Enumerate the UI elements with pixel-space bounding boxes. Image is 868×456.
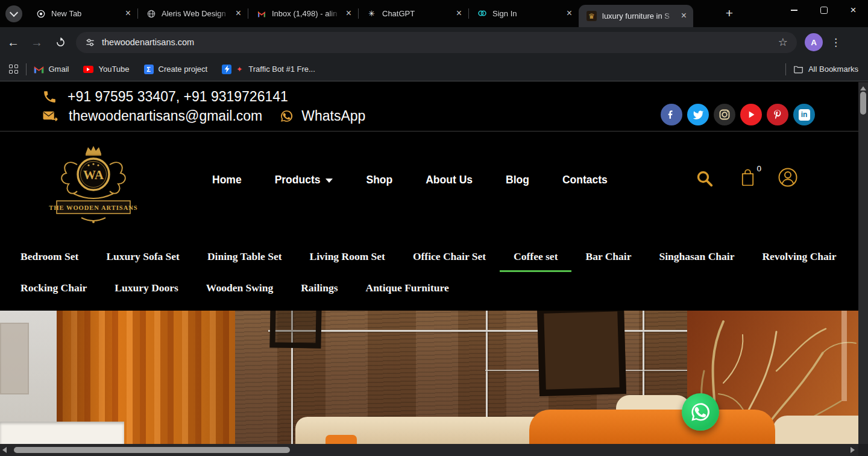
tab-close-icon[interactable]: × [564, 8, 575, 19]
profile-avatar[interactable]: A [805, 33, 823, 51]
tab-close-icon[interactable]: × [678, 10, 690, 22]
minimize-button[interactable] [779, 0, 809, 21]
nav-products[interactable]: Products [275, 174, 333, 186]
category-railings[interactable]: Railings [301, 282, 338, 294]
webpage: +91 97595 33407, +91 9319726141 thewoode… [0, 82, 858, 444]
category-nav-row2: Rocking Chair Luxury Doors Wooden Swing … [20, 282, 449, 294]
nav-home[interactable]: Home [212, 174, 242, 186]
tab-title: Inbox (1,498) - alin [272, 9, 340, 18]
tab-close-icon[interactable]: × [233, 8, 244, 19]
twitter-icon[interactable] [687, 104, 709, 125]
chevron-down-icon [326, 179, 333, 183]
close-button[interactable]: × [838, 0, 868, 21]
phone-icon [42, 89, 57, 104]
cart-button[interactable]: 0 [740, 168, 756, 186]
browser-tab-aleris[interactable]: Aleris Web Design × [138, 0, 248, 27]
tab-close-icon[interactable]: × [453, 8, 465, 19]
divider [0, 131, 858, 131]
category-rocking-chair[interactable]: Rocking Chair [20, 282, 87, 294]
whatsapp-link[interactable]: WhatsApp [280, 108, 365, 124]
vertical-scrollbar-thumb[interactable] [860, 92, 866, 115]
whatsapp-floating-button[interactable] [682, 393, 719, 431]
close-icon: × [851, 4, 857, 16]
bookmark-label: Create project [159, 65, 208, 74]
instagram-icon[interactable] [714, 104, 735, 125]
category-dining-table-set[interactable]: Dining Table Set [207, 250, 282, 263]
scroll-right-arrow[interactable] [851, 447, 855, 453]
facebook-icon[interactable] [661, 104, 682, 125]
browser-menu-icon[interactable]: ⋮ [831, 36, 841, 49]
minimize-icon [791, 10, 797, 11]
tab-title: luxury furniture in S [602, 11, 675, 21]
search-icon [696, 169, 714, 188]
browser-tab-active-luxury-furniture[interactable]: ♛ luxury furniture in S × [579, 5, 693, 27]
category-luxury-sofa-set[interactable]: Luxury Sofa Set [106, 250, 180, 263]
nav-blog[interactable]: Blog [506, 174, 529, 186]
linkedin-icon[interactable]: in [793, 104, 815, 125]
browser-tab-strip: New Tab × Aleris Web Design × Inbox (1,4… [0, 0, 868, 27]
nav-contacts[interactable]: Contacts [562, 174, 608, 186]
logo-name: THE WOODEN ARTISANS [49, 204, 137, 211]
scroll-up-arrow[interactable] [860, 86, 866, 90]
bookmark-label: All Bookmarks [808, 65, 858, 74]
hero-sofa-right [773, 416, 858, 444]
category-wooden-swing[interactable]: Wooden Swing [206, 282, 273, 294]
new-tab-button[interactable]: + [721, 5, 738, 22]
tab-close-icon[interactable]: × [343, 8, 354, 19]
shopping-bag-icon [740, 168, 756, 186]
site-logo[interactable]: WA THE WOODEN ARTISANS [48, 143, 139, 226]
hero-interior-image [0, 311, 858, 444]
category-living-room-set[interactable]: Living Room Set [309, 250, 385, 263]
account-button[interactable] [778, 167, 798, 188]
reload-button[interactable] [50, 32, 71, 52]
site-settings-icon[interactable] [85, 37, 95, 48]
category-bar-chair[interactable]: Bar Chair [585, 250, 631, 263]
nav-about-us[interactable]: About Us [426, 174, 473, 186]
browser-tab-signin[interactable]: Sign In × [469, 0, 579, 27]
social-links: in [661, 104, 815, 125]
phone-numbers[interactable]: +91 97595 33407, +91 9319726141 [68, 89, 288, 105]
category-singhasan-chair[interactable]: Singhasan Chair [659, 250, 734, 263]
whatsapp-icon [280, 109, 294, 123]
maximize-button[interactable] [809, 0, 838, 21]
browser-tab-chatgpt[interactable]: ✳ ChatGPT × [359, 0, 468, 27]
chrome-icon [36, 8, 46, 19]
tab-close-icon[interactable]: × [122, 8, 134, 19]
browser-tab-inbox[interactable]: Inbox (1,498) - alin × [248, 0, 358, 27]
apps-grid-icon[interactable] [9, 65, 18, 74]
sparkle-icon: ✦ [236, 65, 242, 74]
horizontal-scrollbar[interactable] [0, 444, 858, 456]
bookmark-gmail[interactable]: Gmail [34, 65, 69, 74]
back-button[interactable]: ← [3, 32, 24, 52]
bookmark-traffic-bot[interactable]: ✦ Traffic Bot #1 Fre... [222, 65, 315, 74]
youtube-icon [83, 66, 93, 73]
category-revolving-chair[interactable]: Revolving Chair [762, 250, 836, 263]
category-coffee-set-active[interactable]: Coffee set [514, 250, 558, 263]
bookmark-create-project[interactable]: Σ Create project [144, 65, 208, 74]
category-luxury-doors[interactable]: Luxury Doors [115, 282, 178, 294]
all-bookmarks-button[interactable]: All Bookmarks [793, 65, 858, 74]
youtube-icon[interactable] [740, 104, 762, 125]
bookmark-youtube[interactable]: YouTube [83, 65, 129, 74]
bookmark-star-icon[interactable]: ☆ [778, 36, 788, 49]
search-button[interactable] [696, 169, 714, 188]
forward-button[interactable]: → [27, 32, 47, 52]
vertical-scrollbar[interactable] [858, 82, 868, 456]
horizontal-scrollbar-thumb[interactable] [14, 447, 290, 453]
category-office-chair-set[interactable]: Office Chair Set [413, 250, 486, 263]
godaddy-icon [477, 8, 487, 19]
browser-tab-new-tab[interactable]: New Tab × [28, 0, 137, 27]
category-antique-furniture[interactable]: Antique Furniture [366, 282, 449, 294]
nav-shop[interactable]: Shop [366, 174, 392, 186]
email-address[interactable]: thewoodenartisans@gmail.com [69, 108, 262, 124]
bookmark-label: Traffic Bot #1 Fre... [248, 65, 315, 74]
scroll-left-arrow[interactable] [2, 447, 7, 453]
tab-search-button[interactable] [5, 5, 22, 22]
divider [785, 63, 786, 75]
pinterest-icon[interactable] [767, 104, 788, 125]
bookmark-label: YouTube [98, 65, 129, 74]
address-bar[interactable]: thewoodenartisans.com ☆ [76, 32, 797, 53]
category-nav-row1: Bedroom Set Luxury Sofa Set Dining Table… [20, 250, 836, 263]
category-bedroom-set[interactable]: Bedroom Set [20, 250, 78, 263]
tab-title: ChatGPT [382, 9, 450, 18]
